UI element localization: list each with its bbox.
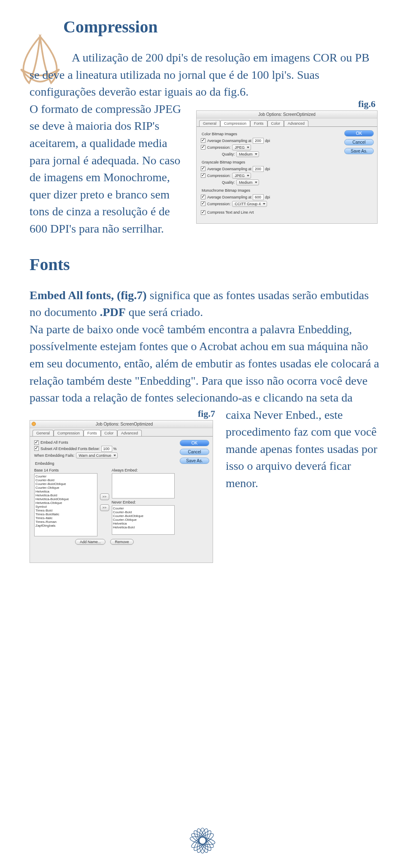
checkbox[interactable] xyxy=(201,145,205,150)
tab-compression[interactable]: Compression xyxy=(54,430,84,436)
dpi-field[interactable]: 600 xyxy=(253,194,264,200)
tab-fonts[interactable]: Fonts xyxy=(84,430,101,436)
quality-dropdown[interactable]: Medium xyxy=(236,179,259,185)
tab-color[interactable]: Color xyxy=(267,120,284,126)
group-grayscale-bitmap: Grayscale Bitmap Images xyxy=(202,160,339,164)
tab-general[interactable]: General xyxy=(199,120,220,126)
svg-point-1 xyxy=(190,831,215,850)
figure-6: fig.6 Job Options: ScreenOptimized Gener… xyxy=(196,99,380,224)
fig7-caption: fig.7 xyxy=(30,408,215,419)
tab-advanced[interactable]: Advanced xyxy=(117,430,142,436)
tab-general[interactable]: General xyxy=(32,430,54,436)
tab-fonts[interactable]: Fonts xyxy=(250,120,267,126)
fig6-window-title: Job Options: ScreenOptimized xyxy=(197,111,377,118)
tab-compression[interactable]: Compression xyxy=(220,120,250,126)
checkbox[interactable] xyxy=(201,138,205,143)
always-embed-listbox[interactable] xyxy=(112,473,175,498)
paragraph-1a: A utilização de 200 dpi's de resolução e… xyxy=(30,49,380,101)
figure-7: fig.7 Job Options: ScreenOptimized Gener… xyxy=(30,408,215,563)
paragraph-2b: Na parte de baixo onde você também encon… xyxy=(30,321,380,407)
never-embed-listbox[interactable]: CourierCourier-BoldCourier-BoldObliqueCo… xyxy=(112,505,175,535)
subset-pct-field[interactable]: 100 xyxy=(101,446,112,452)
base14-listbox[interactable]: CourierCourier-BoldCourier-BoldObliqueCo… xyxy=(34,473,97,536)
move-right-button[interactable]: >> xyxy=(100,493,109,500)
never-embed-label: Never Embed: xyxy=(112,500,175,504)
checkbox[interactable] xyxy=(201,210,205,215)
traffic-light-icon xyxy=(32,422,36,426)
footer-swirl-icon xyxy=(188,826,217,855)
add-name-button[interactable]: Add Name... xyxy=(75,539,105,545)
saveas-button[interactable]: Save As. xyxy=(180,458,209,464)
move-right-button[interactable]: >> xyxy=(100,504,109,511)
embed-all-checkbox[interactable] xyxy=(34,440,39,445)
fonts-heading: Fonts xyxy=(30,255,380,274)
paragraph-2a: Embed All fonts, (fig.7) significa que a… xyxy=(30,287,380,321)
svg-point-7 xyxy=(190,831,215,850)
tab-advanced[interactable]: Advanced xyxy=(284,120,308,126)
group-color-bitmap: Color Bitmap Images xyxy=(202,132,339,136)
checkbox[interactable] xyxy=(201,195,205,199)
always-embed-label: Always Embed: xyxy=(112,468,175,472)
base14-label: Base 14 Fonts xyxy=(34,468,97,472)
ok-button[interactable]: OK xyxy=(344,130,374,137)
compression-dropdown[interactable]: JPEG xyxy=(232,145,251,150)
ok-button[interactable]: OK xyxy=(180,440,209,446)
remove-button[interactable]: Remove xyxy=(110,539,134,545)
embed-fail-dropdown[interactable]: Warn and Continue xyxy=(76,453,118,458)
checkbox[interactable] xyxy=(201,173,205,178)
compression-dropdown[interactable]: CCITT Group 4 xyxy=(232,201,267,207)
saveas-button[interactable]: Save As. xyxy=(344,148,374,154)
cancel-button[interactable]: Cancel xyxy=(344,139,374,145)
dpi-field[interactable]: 200 xyxy=(253,166,264,172)
dpi-field[interactable]: 200 xyxy=(253,138,264,144)
compression-dropdown[interactable]: JPEG xyxy=(232,173,251,179)
compression-heading: Compression xyxy=(63,17,380,37)
fig6-tabs: General Compression Fonts Color Advanced xyxy=(197,118,377,126)
group-monochrome-bitmap: Monochrome Bitmap Images xyxy=(202,188,339,193)
checkbox[interactable] xyxy=(201,201,205,206)
cancel-button[interactable]: Cancel xyxy=(180,449,209,455)
tab-color[interactable]: Color xyxy=(101,430,118,436)
svg-point-4 xyxy=(199,828,206,853)
subset-checkbox[interactable] xyxy=(34,446,39,451)
fig7-window-title: Job Options: ScreenOptimized xyxy=(30,421,213,428)
embedding-label: Embedding xyxy=(35,461,175,466)
checkbox[interactable] xyxy=(201,166,205,171)
quality-dropdown[interactable]: Medium xyxy=(236,151,259,157)
fig7-tabs: General Compression Fonts Color Advanced xyxy=(30,428,213,436)
